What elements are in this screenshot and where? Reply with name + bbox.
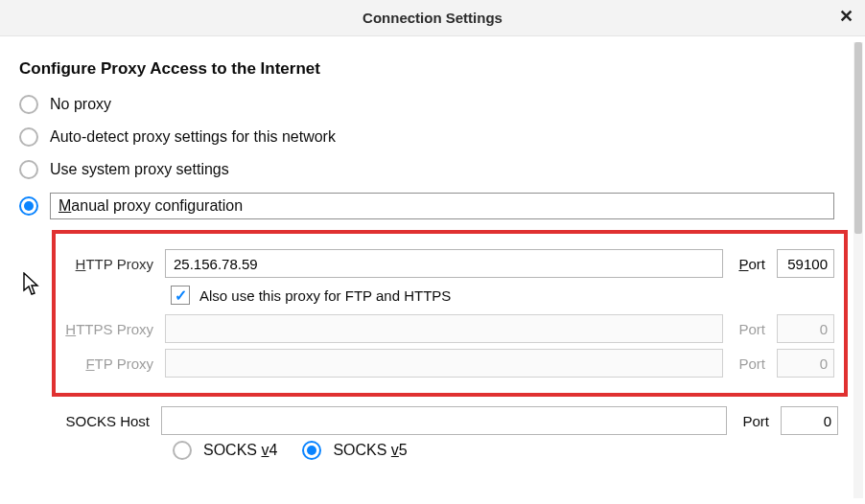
- radio-use-system[interactable]: [19, 160, 38, 179]
- https-port-input: [777, 314, 834, 343]
- scrollbar[interactable]: [853, 42, 863, 498]
- radio-no-proxy-row[interactable]: No proxy: [19, 88, 838, 121]
- http-proxy-input[interactable]: [165, 249, 723, 278]
- radio-socks-v5-row[interactable]: SOCKS v5: [302, 441, 407, 460]
- http-port-input[interactable]: [777, 249, 834, 278]
- https-proxy-input: [165, 314, 723, 343]
- radio-auto-detect-label: Auto-detect proxy settings for this netw…: [50, 128, 336, 146]
- cursor-icon: [23, 272, 42, 297]
- socks-port-input[interactable]: [781, 406, 838, 435]
- radio-no-proxy[interactable]: [19, 95, 38, 114]
- also-use-checkbox[interactable]: ✓: [171, 286, 190, 305]
- ftp-port-label: Port: [731, 355, 769, 372]
- radio-manual-label: Manual proxy configuration: [50, 193, 834, 219]
- radio-socks-v4-label: SOCKS v4: [203, 442, 277, 459]
- ftp-proxy-row: FTP Proxy Port: [65, 349, 834, 378]
- http-proxy-label: HTTP Proxy: [65, 256, 157, 272]
- socks-version-row: SOCKS v4 SOCKS v5: [173, 441, 838, 460]
- https-proxy-row: HTTPS Proxy Port: [65, 314, 834, 343]
- radio-use-system-label: Use system proxy settings: [50, 161, 229, 178]
- dialog-body: Configure Proxy Access to the Internet N…: [0, 36, 865, 504]
- ftp-proxy-input: [165, 349, 723, 378]
- socks-host-row: SOCKS Host Port: [61, 406, 838, 435]
- dialog-titlebar: Connection Settings ✕: [0, 0, 865, 36]
- close-icon[interactable]: ✕: [839, 6, 853, 27]
- socks-host-label: SOCKS Host: [61, 413, 153, 429]
- http-proxy-row: HTTP Proxy Port: [65, 249, 834, 278]
- http-port-label: Port: [731, 256, 769, 272]
- also-use-row[interactable]: ✓ Also use this proxy for FTP and HTTPS: [171, 286, 834, 305]
- section-heading: Configure Proxy Access to the Internet: [19, 59, 838, 79]
- https-port-label: Port: [731, 321, 769, 337]
- socks-port-label: Port: [735, 413, 773, 429]
- radio-auto-detect-row[interactable]: Auto-detect proxy settings for this netw…: [19, 121, 838, 153]
- dialog-title: Connection Settings: [362, 10, 503, 26]
- also-use-label: Also use this proxy for FTP and HTTPS: [199, 287, 451, 304]
- radio-socks-v5-label: SOCKS v5: [333, 442, 407, 459]
- ftp-proxy-label: FTP Proxy: [65, 355, 157, 372]
- ftp-port-input: [777, 349, 834, 378]
- socks-host-input[interactable]: [161, 406, 727, 435]
- radio-use-system-row[interactable]: Use system proxy settings: [19, 153, 838, 186]
- scrollbar-thumb[interactable]: [854, 42, 862, 234]
- radio-manual[interactable]: [19, 196, 38, 216]
- radio-auto-detect[interactable]: [19, 127, 38, 147]
- radio-no-proxy-label: No proxy: [50, 96, 111, 113]
- highlight-box: HTTP Proxy Port ✓ Also use this proxy fo…: [52, 230, 848, 397]
- radio-manual-row[interactable]: Manual proxy configuration: [19, 186, 838, 226]
- radio-socks-v5[interactable]: [302, 441, 321, 460]
- radio-socks-v4-row[interactable]: SOCKS v4: [173, 441, 277, 460]
- https-proxy-label: HTTPS Proxy: [65, 321, 157, 337]
- radio-socks-v4[interactable]: [173, 441, 192, 460]
